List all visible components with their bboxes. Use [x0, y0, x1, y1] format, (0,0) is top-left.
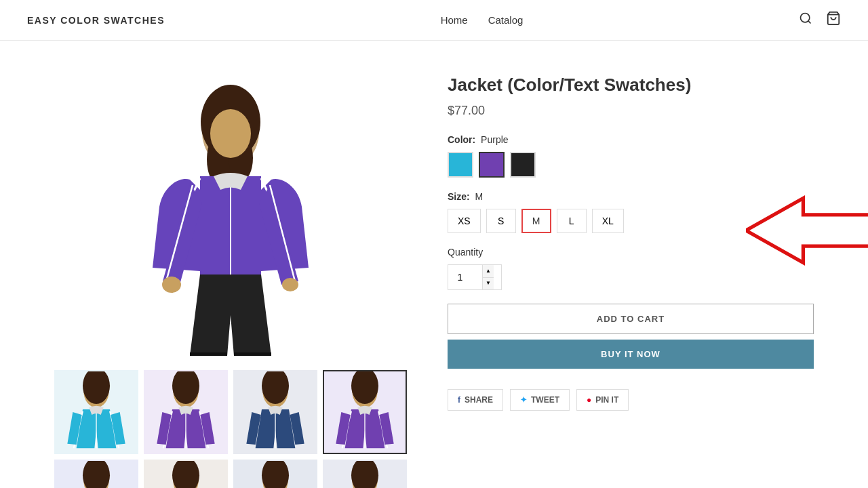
cart-button[interactable]: [826, 11, 841, 29]
quantity-down[interactable]: ▼: [483, 278, 494, 290]
quantity-up[interactable]: ▲: [483, 265, 494, 278]
svg-rect-11: [190, 352, 227, 356]
search-icon: [799, 12, 812, 25]
svg-marker-37: [746, 199, 868, 263]
facebook-icon: f: [458, 395, 460, 405]
search-button[interactable]: [799, 12, 812, 28]
color-value: Purple: [481, 134, 508, 145]
site-header: EASY COLOR SWATCHES Home Catalog: [0, 0, 868, 41]
header-actions: [799, 11, 841, 29]
color-swatch-blue[interactable]: [448, 152, 473, 178]
thumbnail-5[interactable]: [54, 460, 138, 488]
product-title: Jacket (Color/Text Swatches): [448, 75, 814, 96]
thumbnail-4[interactable]: [323, 370, 407, 454]
thumbnail-7[interactable]: [233, 460, 317, 488]
svg-point-10: [282, 278, 298, 291]
size-m[interactable]: M: [521, 209, 551, 233]
svg-point-9: [162, 277, 181, 293]
product-price: $77.00: [448, 104, 814, 118]
cart-icon: [826, 11, 841, 26]
page-container: Jacket (Color/Text Swatches) $77.00 Colo…: [27, 68, 841, 488]
svg-point-29: [172, 461, 199, 488]
svg-rect-12: [234, 352, 271, 356]
color-swatches: [448, 152, 814, 178]
nav-catalog[interactable]: Catalog: [488, 14, 524, 26]
nav-home[interactable]: Home: [441, 14, 468, 26]
size-xl[interactable]: XL: [592, 209, 624, 233]
twitter-icon: ✦: [520, 395, 527, 405]
color-section: Color: Purple: [448, 134, 814, 178]
add-to-cart-button[interactable]: ADD TO CART: [448, 304, 814, 334]
buy-now-button[interactable]: BUY IT NOW: [448, 340, 814, 369]
svg-point-0: [800, 14, 809, 22]
pinterest-icon: ●: [587, 395, 591, 405]
product-images: [54, 68, 407, 488]
size-s[interactable]: S: [486, 209, 516, 233]
thumbnail-6[interactable]: [144, 460, 228, 488]
size-value: M: [475, 191, 484, 202]
share-facebook-label: SHARE: [465, 395, 493, 405]
svg-point-26: [83, 461, 110, 488]
color-swatch-black[interactable]: [510, 152, 536, 178]
share-twitter[interactable]: ✦ TWEET: [510, 389, 570, 411]
thumbnail-3[interactable]: [233, 370, 317, 454]
quantity-spinners: ▲ ▼: [482, 265, 494, 289]
color-label: Color: Purple: [448, 134, 814, 145]
thumbnail-2[interactable]: [144, 370, 228, 454]
quantity-input[interactable]: [448, 272, 482, 283]
product-right: Jacket (Color/Text Swatches) $77.00 Colo…: [448, 68, 814, 488]
arrow-annotation: [746, 193, 868, 268]
svg-point-35: [351, 461, 378, 488]
thumbnail-grid: [54, 370, 407, 488]
main-nav: Home Catalog: [441, 14, 524, 26]
thumbnail-1[interactable]: [54, 370, 138, 454]
quantity-wrapper: ▲ ▼: [448, 264, 502, 290]
share-pinterest[interactable]: ● PIN IT: [576, 389, 629, 411]
site-logo[interactable]: EASY COLOR SWATCHES: [27, 15, 165, 26]
share-twitter-label: TWEET: [531, 395, 559, 405]
thumbnail-8[interactable]: [323, 460, 407, 488]
social-share: f SHARE ✦ TWEET ● PIN IT: [448, 389, 814, 411]
product-main-svg: [122, 71, 339, 356]
svg-point-6: [210, 109, 251, 158]
main-product-image: [54, 68, 407, 359]
color-swatch-purple[interactable]: [479, 152, 505, 178]
size-l[interactable]: L: [557, 209, 587, 233]
size-xs[interactable]: XS: [448, 209, 481, 233]
share-facebook[interactable]: f SHARE: [448, 389, 503, 411]
svg-point-32: [262, 461, 289, 488]
share-pinterest-label: PIN IT: [595, 395, 618, 405]
